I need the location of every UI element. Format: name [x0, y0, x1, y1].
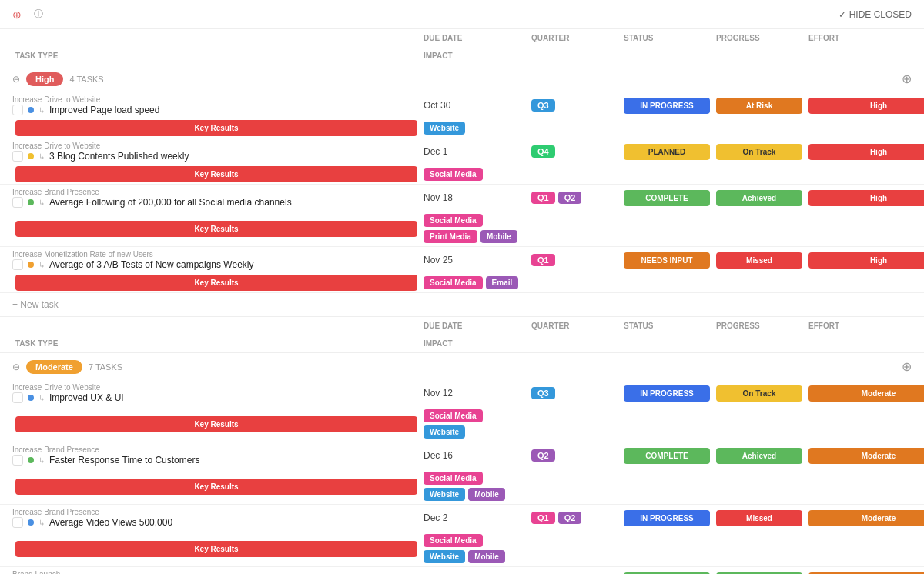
task-info: Brand Launch ↳ New Slogan encapsulating … [12, 567, 420, 574]
effort-badge: Moderate [808, 385, 924, 402]
app-header: ⊕ ⓘ ✓ HIDE CLOSED [0, 0, 924, 29]
status-cell: IN PROGRESS [621, 509, 713, 528]
task-checkbox[interactable] [12, 105, 23, 115]
impact-cell: Social MediaEmail [420, 273, 528, 292]
impact-cell: Website [420, 118, 528, 138]
impact-tag: Social Media [424, 168, 483, 181]
task-checkbox[interactable] [12, 259, 23, 270]
task-name[interactable]: Average Video Views 500,000 [49, 517, 172, 528]
column-headers-high: DUE DATE QUARTER STATUS PROGRESS EFFORT … [0, 29, 924, 65]
task-name[interactable]: Average Following of 200,000 for all Soc… [49, 197, 292, 208]
task-info: Increase Drive to Website ↳ 3 Blog Conte… [12, 138, 420, 165]
due-date-cell: Oct 30 [420, 97, 528, 114]
quarter-cell: Q3 [528, 571, 621, 574]
task-category: Increase Brand Presence [12, 188, 420, 196]
task-type-badge: Key Results [15, 275, 417, 291]
due-date-cell: Nov 12 [420, 385, 528, 402]
group-toggle-high[interactable]: ⊖ [12, 74, 20, 85]
task-name[interactable]: Faster Response Time to Customers [49, 455, 199, 466]
info-icon[interactable]: ⓘ [34, 8, 43, 21]
effort-cell: Moderate [805, 384, 924, 403]
due-date-cell: Dec 1 [420, 143, 528, 160]
progress-cell: Missed [713, 509, 805, 528]
task-name[interactable]: Average of 3 A/B Tests of New campaigns … [49, 259, 253, 270]
col-tasktype-high: TASK TYPE [12, 47, 420, 65]
task-type-cell: Key Results [12, 539, 420, 559]
col-due-high: DUE DATE [420, 29, 528, 47]
task-row: Brand Launch ↳ New Slogan encapsulating … [0, 567, 924, 574]
quarter-cell: Q1 [528, 251, 621, 269]
effort-badge: High [808, 144, 924, 160]
impact-cell: Social MediaWebsiteMobile [420, 531, 528, 566]
task-name[interactable]: Improved Page load speed [49, 105, 159, 115]
task-category: Increase Brand Presence [12, 508, 420, 516]
task-name[interactable]: Improved UX & UI [49, 392, 124, 403]
task-checkbox[interactable] [12, 197, 23, 208]
task-info: Increase Monetization Rate of new Users … [12, 247, 420, 273]
group-badge-moderate: Moderate [26, 360, 82, 374]
subtask-icon: ↳ [38, 152, 45, 161]
subtask-icon: ↳ [38, 199, 45, 207]
quarter-tag: Q1 [531, 192, 555, 204]
status-badge: COMPLETE [624, 448, 710, 464]
status-badge: NEEDS INPUT [624, 252, 710, 269]
effort-cell: High [805, 142, 924, 162]
status-badge: IN PROGRESS [624, 385, 710, 402]
effort-badge: High [808, 98, 924, 114]
impact-tag: Mobile [468, 488, 505, 501]
quarter-tag: Q2 [558, 512, 582, 524]
group-toggle-moderate[interactable]: ⊖ [12, 362, 20, 372]
quarter-tag: Q1 [531, 254, 555, 266]
priority-dot [28, 107, 34, 113]
impact-cell: Social Media [420, 165, 528, 184]
impact-tag: Website [424, 425, 465, 439]
status-cell: COMPLETE [621, 571, 713, 575]
effort-cell: High [805, 251, 924, 270]
col-impact-moderate: IMPACT [420, 335, 528, 352]
quarter-cell: Q1Q2 [528, 189, 621, 207]
add-task-row-high[interactable]: + New task [0, 293, 924, 316]
task-name[interactable]: 3 Blog Contents Published weekly [49, 151, 189, 162]
task-type-badge: Key Results [15, 166, 417, 182]
task-info: Increase Brand Presence ↳ Average Follow… [12, 185, 420, 211]
task-category: Increase Brand Presence [12, 446, 420, 454]
quarter-cell: Q1Q2 [528, 509, 621, 527]
group-section-moderate: ⊖ Moderate 7 TASKS ⊕ Increase Drive to W… [0, 353, 924, 574]
task-checkbox[interactable] [12, 392, 23, 403]
task-name-row: ↳ Improved UX & UI [12, 392, 420, 403]
task-category: Increase Drive to Website [12, 383, 420, 392]
progress-cell: Achieved [713, 189, 805, 208]
impact-tag: Website [424, 122, 465, 135]
priority-dot [28, 262, 34, 268]
quarter-cell: Q3 [528, 96, 621, 115]
due-date-cell: Nov 25 [420, 252, 528, 269]
impact-cell: Social MediaWebsiteMobile [420, 469, 528, 504]
quarter-tag: Q2 [558, 192, 582, 204]
subtask-icon: ↳ [38, 519, 45, 527]
task-name-row: ↳ Faster Response Time to Customers [12, 455, 420, 466]
group-badge-high: High [26, 72, 63, 86]
effort-cell: Moderate [805, 571, 924, 575]
impact-tag: Print Media [424, 230, 477, 243]
col-status-high: STATUS [621, 29, 713, 47]
app-logo: ⊕ [12, 8, 22, 21]
task-checkbox[interactable] [12, 151, 23, 162]
task-type-badge: Key Results [15, 416, 417, 432]
status-badge: IN PROGRESS [624, 98, 710, 114]
impact-tag: Mobile [468, 550, 505, 563]
effort-badge: High [808, 190, 924, 206]
quarter-cell: Q3 [528, 384, 621, 402]
task-row: Increase Drive to Website ↳ Improved Pag… [0, 92, 924, 138]
task-row: Increase Brand Presence ↳ Average Video … [0, 505, 924, 567]
task-checkbox[interactable] [12, 455, 23, 466]
subtask-icon: ↳ [38, 456, 45, 465]
subtask-icon: ↳ [38, 394, 45, 402]
effort-cell: High [805, 96, 924, 115]
group-add-moderate[interactable]: ⊕ [902, 359, 912, 374]
hide-closed-button[interactable]: ✓ HIDE CLOSED [839, 9, 912, 20]
task-type-cell: Key Results [12, 219, 420, 239]
task-checkbox[interactable] [12, 517, 23, 528]
task-category: Brand Launch [12, 570, 420, 574]
group-add-high[interactable]: ⊕ [902, 72, 912, 86]
col-effort-high: EFFORT [805, 29, 924, 47]
